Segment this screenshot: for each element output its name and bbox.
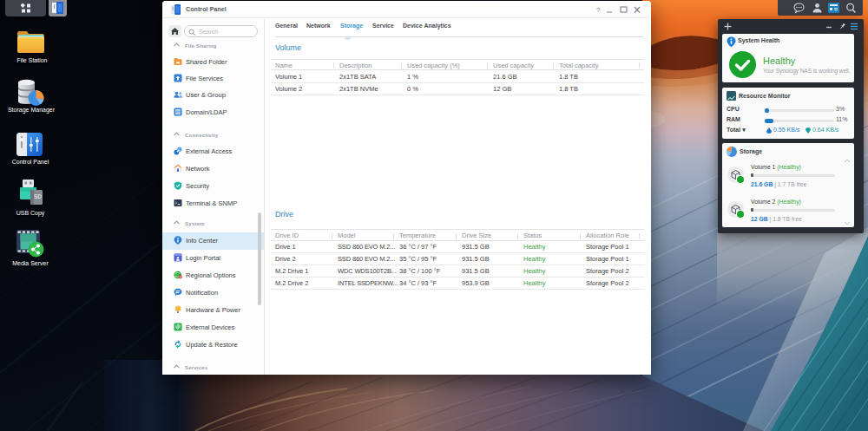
svg-text:SD: SD [34, 193, 42, 199]
svg-text:?: ? [596, 6, 601, 14]
